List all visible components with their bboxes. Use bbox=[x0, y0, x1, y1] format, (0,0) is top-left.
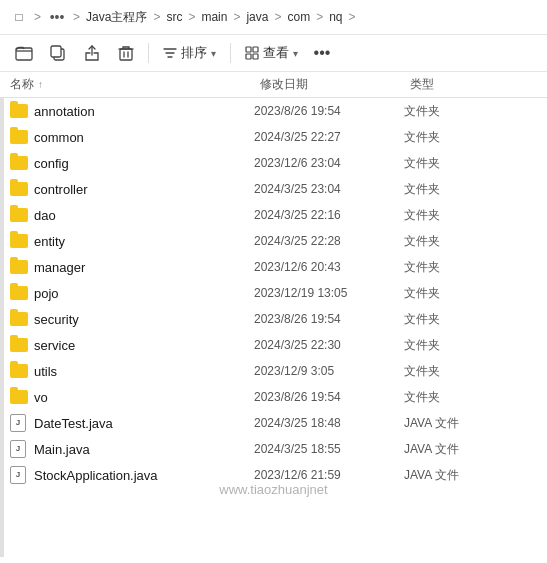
new-folder-btn[interactable] bbox=[8, 39, 40, 67]
list-item[interactable]: J StockApplication.java 2023/12/6 21:59 … bbox=[0, 462, 547, 488]
file-type: 文件夹 bbox=[404, 129, 484, 146]
folder-icon bbox=[10, 232, 28, 250]
file-name: pojo bbox=[34, 286, 254, 301]
file-date: 2024/3/25 18:55 bbox=[254, 442, 404, 456]
folder-icon bbox=[10, 206, 28, 224]
file-date: 2024/3/25 23:04 bbox=[254, 182, 404, 196]
path-com[interactable]: com bbox=[287, 10, 310, 24]
title-bar: □ > ••• > Java主程序 > src > main > java > … bbox=[0, 0, 547, 35]
file-name: annotation bbox=[34, 104, 254, 119]
file-date: 2024/3/25 22:16 bbox=[254, 208, 404, 222]
path-java[interactable]: java bbox=[246, 10, 268, 24]
more-path-btn[interactable]: ••• bbox=[47, 8, 67, 26]
list-item[interactable]: manager 2023/12/6 20:43 文件夹 bbox=[0, 254, 547, 280]
svg-rect-7 bbox=[253, 54, 258, 59]
list-item[interactable]: dao 2024/3/25 22:16 文件夹 bbox=[0, 202, 547, 228]
file-type: JAVA 文件 bbox=[404, 441, 484, 458]
copy-btn[interactable] bbox=[42, 39, 74, 67]
folder-icon bbox=[10, 310, 28, 328]
java-file-icon: J bbox=[10, 466, 28, 484]
file-name: entity bbox=[34, 234, 254, 249]
svg-rect-2 bbox=[51, 46, 61, 57]
folder-icon bbox=[10, 258, 28, 276]
list-item[interactable]: common 2024/3/25 22:27 文件夹 bbox=[0, 124, 547, 150]
file-name: DateTest.java bbox=[34, 416, 254, 431]
java-file-icon: J bbox=[10, 414, 28, 432]
list-item[interactable]: entity 2024/3/25 22:28 文件夹 bbox=[0, 228, 547, 254]
file-type: 文件夹 bbox=[404, 103, 484, 120]
folder-icon bbox=[10, 336, 28, 354]
toolbar-separator bbox=[148, 43, 149, 63]
file-date: 2023/8/26 19:54 bbox=[254, 312, 404, 326]
list-item[interactable]: controller 2024/3/25 23:04 文件夹 bbox=[0, 176, 547, 202]
path-src[interactable]: src bbox=[166, 10, 182, 24]
file-date: 2023/12/6 23:04 bbox=[254, 156, 404, 170]
file-type: 文件夹 bbox=[404, 181, 484, 198]
svg-rect-4 bbox=[246, 47, 251, 52]
path-main[interactable]: main bbox=[201, 10, 227, 24]
toolbar-more-btn[interactable]: ••• bbox=[308, 39, 336, 67]
toolbar-separator-2 bbox=[230, 43, 231, 63]
col-type-label: 类型 bbox=[410, 76, 490, 93]
file-list-container: 名称 ↑ 修改日期 类型 annotation 2023/8/26 19:54 … bbox=[0, 72, 547, 557]
file-type: 文件夹 bbox=[404, 207, 484, 224]
left-indicator bbox=[0, 72, 4, 557]
file-name: manager bbox=[34, 260, 254, 275]
file-list-header: 名称 ↑ 修改日期 类型 bbox=[0, 72, 547, 98]
file-name: common bbox=[34, 130, 254, 145]
file-name: security bbox=[34, 312, 254, 327]
file-type: JAVA 文件 bbox=[404, 415, 484, 432]
folder-icon bbox=[10, 154, 28, 172]
file-date: 2023/8/26 19:54 bbox=[254, 390, 404, 404]
list-item[interactable]: pojo 2023/12/19 13:05 文件夹 bbox=[0, 280, 547, 306]
file-date: 2023/8/26 19:54 bbox=[254, 104, 404, 118]
file-type: 文件夹 bbox=[404, 155, 484, 172]
folder-icon bbox=[10, 284, 28, 302]
path-java-program[interactable]: Java主程序 bbox=[86, 9, 147, 26]
list-item[interactable]: annotation 2023/8/26 19:54 文件夹 bbox=[0, 98, 547, 124]
file-name: utils bbox=[34, 364, 254, 379]
list-item[interactable]: J DateTest.java 2024/3/25 18:48 JAVA 文件 bbox=[0, 410, 547, 436]
file-date: 2023/12/6 20:43 bbox=[254, 260, 404, 274]
java-file-icon: J bbox=[10, 440, 28, 458]
folder-icon bbox=[10, 388, 28, 406]
view-chevron: ▾ bbox=[293, 48, 298, 59]
file-type: 文件夹 bbox=[404, 233, 484, 250]
file-name: dao bbox=[34, 208, 254, 223]
folder-icon bbox=[10, 102, 28, 120]
svg-rect-3 bbox=[120, 49, 132, 60]
file-date: 2024/3/25 22:30 bbox=[254, 338, 404, 352]
sort-chevron: ▾ bbox=[211, 48, 216, 59]
delete-btn[interactable] bbox=[110, 39, 142, 67]
list-item[interactable]: service 2024/3/25 22:30 文件夹 bbox=[0, 332, 547, 358]
list-item[interactable]: config 2023/12/6 23:04 文件夹 bbox=[0, 150, 547, 176]
file-name: controller bbox=[34, 182, 254, 197]
folder-icon bbox=[10, 180, 28, 198]
file-date: 2024/3/25 22:28 bbox=[254, 234, 404, 248]
share-btn[interactable] bbox=[76, 39, 108, 67]
sort-arrow-icon: ↑ bbox=[38, 79, 43, 90]
file-name: service bbox=[34, 338, 254, 353]
list-item[interactable]: utils 2023/12/9 3:05 文件夹 bbox=[0, 358, 547, 384]
col-date-label: 修改日期 bbox=[260, 76, 410, 93]
file-type: 文件夹 bbox=[404, 285, 484, 302]
list-item[interactable]: security 2023/8/26 19:54 文件夹 bbox=[0, 306, 547, 332]
file-rows: annotation 2023/8/26 19:54 文件夹 common 20… bbox=[0, 98, 547, 488]
path-nq[interactable]: nq bbox=[329, 10, 342, 24]
window-icon: □ bbox=[10, 8, 28, 26]
file-date: 2024/3/25 22:27 bbox=[254, 130, 404, 144]
toolbar: 排序 ▾ 查看 ▾ ••• bbox=[0, 35, 547, 72]
file-name: StockApplication.java bbox=[34, 468, 254, 483]
file-name: Main.java bbox=[34, 442, 254, 457]
file-type: 文件夹 bbox=[404, 311, 484, 328]
file-date: 2023/12/19 13:05 bbox=[254, 286, 404, 300]
file-type: 文件夹 bbox=[404, 363, 484, 380]
folder-icon bbox=[10, 362, 28, 380]
sort-btn[interactable]: 排序 ▾ bbox=[155, 40, 224, 66]
list-item[interactable]: vo 2023/8/26 19:54 文件夹 bbox=[0, 384, 547, 410]
file-name: vo bbox=[34, 390, 254, 405]
view-btn[interactable]: 查看 ▾ bbox=[237, 40, 306, 66]
file-date: 2024/3/25 18:48 bbox=[254, 416, 404, 430]
svg-rect-0 bbox=[16, 48, 32, 60]
list-item[interactable]: J Main.java 2024/3/25 18:55 JAVA 文件 bbox=[0, 436, 547, 462]
